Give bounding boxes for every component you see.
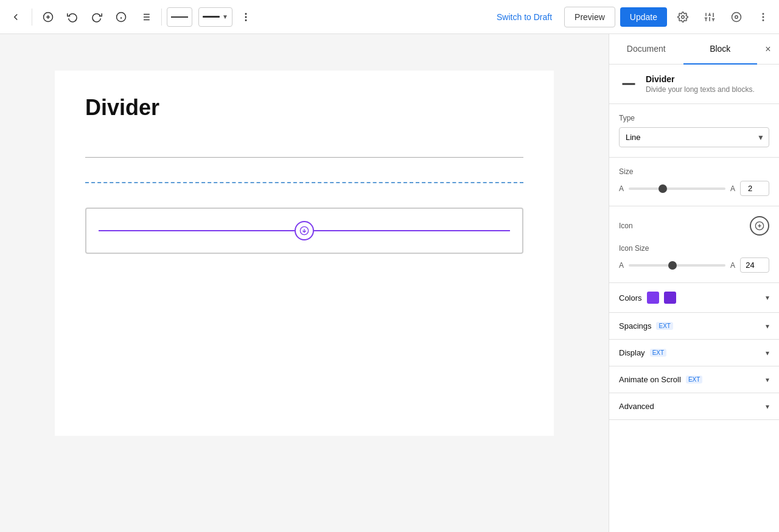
palette-button[interactable] — [725, 6, 747, 28]
line-weight-selector[interactable]: ▼ — [198, 7, 232, 27]
colors-label: Colors — [619, 293, 642, 303]
add-button[interactable] — [37, 6, 59, 28]
colors-section[interactable]: Colors ▾ — [609, 283, 779, 313]
back-button[interactable] — [5, 6, 27, 28]
svg-point-13 — [245, 16, 246, 18]
icon-size-row: A A — [619, 257, 769, 273]
toolbar-divider-2 — [161, 9, 162, 26]
size-label: Size — [619, 167, 769, 176]
svg-point-15 — [682, 15, 685, 18]
color-swatch-1 — [647, 292, 659, 304]
type-select-wrapper: Line ▼ — [619, 127, 769, 147]
svg-point-12 — [245, 13, 246, 15]
block-info: Divider Divide your long texts and block… — [609, 65, 779, 104]
advanced-label: Advanced — [619, 402, 654, 411]
spacings-title-row: Spacings EXT — [619, 321, 673, 331]
divider-dashed[interactable] — [85, 182, 523, 183]
undo-button[interactable] — [61, 6, 83, 28]
line-style-selector[interactable] — [167, 7, 192, 27]
animate-chevron-icon: ▾ — [766, 376, 769, 384]
icon-size-label: Icon Size — [619, 244, 769, 253]
display-section[interactable]: Display EXT ▾ — [609, 340, 779, 366]
spacings-label: Spacings — [619, 321, 651, 331]
overflow-button[interactable] — [752, 6, 774, 28]
switch-draft-button[interactable]: Switch to Draft — [489, 7, 559, 27]
update-button[interactable]: Update — [620, 7, 667, 27]
dropdown-arrow-icon: ▼ — [222, 13, 228, 20]
block-desc: Divide your long texts and blocks. — [646, 85, 755, 94]
advanced-section[interactable]: Advanced ▾ — [609, 393, 779, 420]
icon-size-input[interactable] — [740, 257, 769, 273]
animate-label: Animate on Scroll — [619, 375, 681, 384]
spacings-ext-badge: EXT — [656, 322, 672, 330]
divider-solid[interactable] — [85, 157, 523, 158]
panel-close-button[interactable]: × — [757, 34, 779, 64]
settings-button[interactable] — [672, 6, 694, 28]
size-max-label: A — [730, 184, 735, 193]
icon-size-slider-thumb — [668, 261, 677, 270]
canvas[interactable]: Divider — [0, 34, 609, 532]
svg-point-29 — [763, 19, 764, 21]
line-weight-preview — [203, 16, 220, 18]
sliders-button[interactable] — [699, 6, 721, 28]
block-name: Divider — [646, 74, 755, 84]
size-section: Size A A — [609, 158, 779, 206]
tab-block[interactable]: Block — [683, 34, 758, 65]
colors-chevron-icon: ▾ — [766, 293, 769, 302]
icon-size-slider[interactable] — [629, 264, 725, 267]
divider-block[interactable] — [85, 208, 523, 254]
tab-document[interactable]: Document — [609, 34, 683, 65]
animate-ext-badge: EXT — [686, 376, 702, 383]
more-button[interactable] — [235, 6, 257, 28]
toolbar-right: Switch to Draft Preview Update — [489, 6, 774, 28]
canvas-content: Divider — [55, 71, 554, 436]
display-title-row: Display EXT — [619, 348, 666, 357]
toolbar-divider-1 — [32, 9, 32, 26]
icon-size-container: Icon Size A A — [619, 244, 769, 273]
spacings-section[interactable]: Spacings EXT ▾ — [609, 313, 779, 340]
display-chevron-icon: ▾ — [766, 349, 769, 357]
advanced-title-row: Advanced — [619, 402, 654, 411]
type-label: Type — [619, 114, 769, 122]
colors-title-row: Colors — [619, 292, 676, 304]
redo-button[interactable] — [86, 6, 108, 28]
size-row: A A — [619, 181, 769, 196]
size-slider[interactable] — [629, 187, 725, 190]
icon-size-max-label: A — [730, 261, 735, 270]
size-slider-thumb — [658, 184, 667, 193]
color-swatch-2 — [664, 292, 676, 304]
preview-button[interactable]: Preview — [564, 7, 615, 27]
type-select[interactable]: Line — [619, 127, 769, 147]
display-label: Display — [619, 348, 645, 357]
svg-point-28 — [763, 16, 764, 18]
divider-line-left — [99, 230, 295, 231]
divider-line-right — [314, 230, 510, 231]
icon-section: Icon Icon Size A A — [609, 206, 779, 283]
svg-point-25 — [732, 12, 741, 21]
advanced-chevron-icon: ▾ — [766, 402, 769, 411]
right-panel: Document Block × Divider Divide your lon… — [609, 34, 779, 532]
animate-section[interactable]: Animate on Scroll EXT ▾ — [609, 366, 779, 393]
icon-size-min-label: A — [619, 261, 624, 270]
divider-icon-circle[interactable] — [295, 221, 314, 240]
animate-title-row: Animate on Scroll EXT — [619, 375, 702, 384]
svg-point-27 — [763, 13, 764, 15]
list-button[interactable] — [134, 6, 156, 28]
svg-point-14 — [245, 19, 246, 21]
size-input[interactable] — [740, 181, 769, 196]
block-info-text: Divider Divide your long texts and block… — [646, 74, 755, 94]
type-section: Type Line ▼ — [609, 104, 779, 158]
main-area: Divider Document — [0, 34, 779, 532]
icon-row: Icon — [619, 216, 769, 236]
size-min-label: A — [619, 184, 624, 193]
block-icon — [619, 74, 638, 94]
info-button[interactable] — [110, 6, 132, 28]
icon-label: Icon — [619, 222, 633, 230]
display-ext-badge: EXT — [650, 349, 666, 357]
spacings-chevron-icon: ▾ — [766, 322, 769, 331]
page-title: Divider — [85, 95, 523, 121]
icon-selector-button[interactable] — [750, 216, 769, 236]
line-preview — [171, 16, 188, 18]
panel-tabs: Document Block × — [609, 34, 779, 65]
toolbar: ▼ Switch to Draft Preview Update — [0, 0, 779, 34]
